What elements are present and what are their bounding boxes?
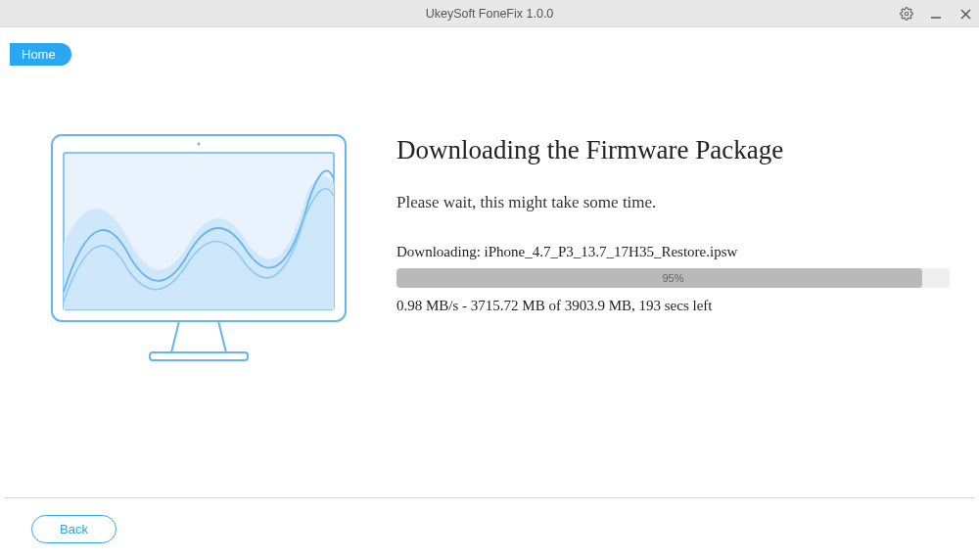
download-stats: 0.98 MB/s - 3715.72 MB of 3903.9 MB, 193… bbox=[396, 298, 950, 314]
download-info: Downloading the Firmware Package Please … bbox=[367, 116, 950, 491]
page-subheading: Please wait, this might take some time. bbox=[396, 193, 950, 212]
settings-icon[interactable] bbox=[899, 6, 914, 22]
window-title: UkeySoft FoneFix 1.0.0 bbox=[426, 7, 554, 21]
svg-point-0 bbox=[905, 12, 909, 16]
svg-rect-7 bbox=[150, 352, 248, 360]
footer-bar: Back bbox=[4, 497, 975, 560]
window-controls bbox=[899, 0, 973, 27]
progress-bar: 95% bbox=[396, 268, 950, 288]
monitor-illustration bbox=[29, 116, 367, 491]
download-filename: Downloading: iPhone_4.7_P3_13.7_17H35_Re… bbox=[396, 244, 950, 260]
main-content: Downloading the Firmware Package Please … bbox=[0, 27, 979, 491]
progress-percent-label: 95% bbox=[396, 268, 950, 288]
svg-point-6 bbox=[197, 143, 200, 146]
page-heading: Downloading the Firmware Package bbox=[396, 135, 950, 165]
close-icon[interactable] bbox=[957, 6, 973, 22]
title-bar: UkeySoft FoneFix 1.0.0 bbox=[0, 0, 979, 27]
home-button[interactable]: Home bbox=[10, 43, 71, 66]
back-button[interactable]: Back bbox=[31, 515, 117, 543]
minimize-icon[interactable] bbox=[928, 6, 944, 22]
